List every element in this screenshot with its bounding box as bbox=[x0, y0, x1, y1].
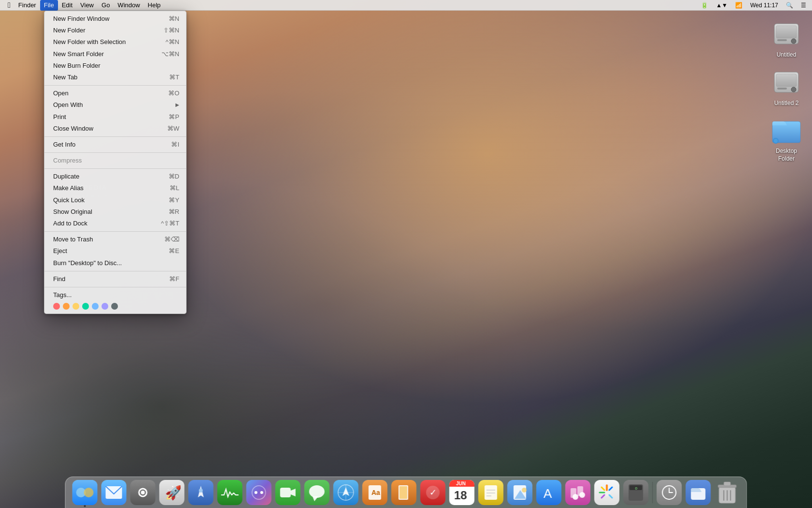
desktop-folder-icon-img bbox=[771, 115, 802, 146]
menu-find[interactable]: Find ⌘F bbox=[44, 273, 186, 285]
menu-tags[interactable]: Tags... bbox=[44, 289, 186, 301]
menu-new-burn-folder[interactable]: New Burn Folder bbox=[44, 60, 186, 72]
svg-text:✓: ✓ bbox=[430, 488, 437, 497]
dock-item-reminders[interactable]: ✓ bbox=[420, 479, 447, 506]
menubar-finder[interactable]: Finder bbox=[14, 0, 40, 11]
svg-line-58 bbox=[602, 495, 605, 498]
svg-rect-5 bbox=[776, 74, 797, 87]
dock-item-activity[interactable] bbox=[217, 479, 244, 506]
menu-get-info[interactable]: Get Info ⌘I bbox=[44, 139, 186, 150]
tag-gray[interactable] bbox=[111, 303, 118, 310]
menu-open[interactable]: Open ⌘O bbox=[44, 88, 186, 99]
tag-green[interactable] bbox=[82, 303, 89, 310]
menubar-help[interactable]: Help bbox=[144, 0, 165, 11]
dock-separator bbox=[652, 482, 653, 503]
menu-new-folder[interactable]: New Folder ⇧⌘N bbox=[44, 25, 186, 36]
dock-item-mail[interactable] bbox=[101, 479, 128, 506]
dock-item-dictionary[interactable]: Aa bbox=[362, 479, 389, 506]
svg-marker-22 bbox=[291, 489, 296, 496]
svg-text:18: 18 bbox=[454, 489, 467, 502]
menu-make-alias[interactable]: Make Alias ⌘L bbox=[44, 182, 186, 194]
dock-item-game-center[interactable] bbox=[246, 479, 273, 506]
dock-icon-books bbox=[392, 480, 417, 505]
menu-new-folder-selection[interactable]: New Folder with Selection ^⌘N bbox=[44, 36, 186, 48]
dock-item-preview[interactable] bbox=[507, 479, 534, 506]
wifi-indicator[interactable]: ▲▼ bbox=[714, 2, 729, 9]
menu-compress: Compress bbox=[44, 155, 186, 166]
menu-sep-2 bbox=[44, 136, 186, 137]
tag-purple[interactable] bbox=[102, 303, 108, 310]
desktop-icon-untitled2[interactable]: Untitled 2 bbox=[766, 63, 807, 111]
menu-duplicate[interactable]: Duplicate ⌘D bbox=[44, 171, 186, 182]
menu-move-to-trash[interactable]: Move to Trash ⌘⌫ bbox=[44, 234, 186, 245]
svg-point-2 bbox=[791, 39, 796, 44]
dock: 🚀 Aa bbox=[65, 477, 747, 508]
dock-icon-rocket bbox=[188, 480, 214, 505]
tag-yellow[interactable] bbox=[72, 303, 79, 310]
clock: Wed 11:17 bbox=[748, 2, 780, 9]
apple-menu[interactable]:  bbox=[4, 0, 14, 11]
wifi-icon[interactable]: 📶 bbox=[733, 2, 744, 9]
svg-point-23 bbox=[309, 485, 325, 498]
menu-sep-7 bbox=[44, 287, 186, 287]
dock-icon-dictionary: Aa bbox=[362, 480, 388, 505]
desktop-icon-untitled1[interactable]: Untitled bbox=[766, 15, 807, 63]
dock-item-itunes[interactable] bbox=[565, 479, 592, 506]
dock-icon-files bbox=[686, 480, 711, 505]
svg-point-11 bbox=[84, 488, 94, 497]
menu-add-to-dock[interactable]: Add to Dock ^⇧⌘T bbox=[44, 218, 186, 229]
menu-show-original[interactable]: Show Original ⌘R bbox=[44, 206, 186, 218]
dock-icon-messages bbox=[304, 480, 330, 505]
svg-rect-1 bbox=[776, 26, 797, 38]
dock-item-facetime[interactable] bbox=[275, 479, 302, 506]
svg-rect-48 bbox=[578, 486, 583, 496]
menu-new-finder-window[interactable]: New Finder Window ⌘N bbox=[44, 13, 186, 25]
menu-new-smart-folder[interactable]: New Smart Folder ⌥⌘N bbox=[44, 48, 186, 60]
dock-item-rocket[interactable] bbox=[188, 479, 215, 506]
menu-print[interactable]: Print ⌘P bbox=[44, 111, 186, 123]
dock-item-launchpad[interactable]: 🚀 bbox=[159, 479, 186, 506]
dock-item-system-prefs[interactable] bbox=[130, 479, 157, 506]
menubar-go[interactable]: Go bbox=[98, 0, 114, 11]
search-icon[interactable]: 🔍 bbox=[784, 2, 795, 9]
menubar-view[interactable]: View bbox=[76, 0, 98, 11]
menubar-file[interactable]: File bbox=[40, 0, 58, 11]
menubar-edit[interactable]: Edit bbox=[58, 0, 76, 11]
svg-point-17 bbox=[199, 489, 203, 493]
menu-quick-look[interactable]: Quick Look ⌘Y bbox=[44, 194, 186, 206]
menu-close-window[interactable]: Close Window ⌘W bbox=[44, 123, 186, 134]
svg-rect-32 bbox=[400, 486, 407, 499]
tag-blue[interactable] bbox=[92, 303, 99, 310]
dock-item-safari[interactable] bbox=[333, 479, 360, 506]
dock-item-trash[interactable] bbox=[714, 479, 741, 506]
dock-item-time-machine[interactable] bbox=[656, 479, 683, 506]
battery-indicator[interactable]: 🔋 bbox=[699, 2, 710, 9]
dock-item-notes[interactable] bbox=[478, 479, 505, 506]
desktop-icon-desktop-folder[interactable]: Desktop Folder bbox=[766, 111, 807, 166]
svg-rect-7 bbox=[777, 88, 787, 90]
dock-icon-time-machine bbox=[657, 480, 682, 505]
menu-burn-disc[interactable]: Burn "Desktop" to Disc... bbox=[44, 257, 186, 269]
svg-rect-49 bbox=[571, 488, 577, 498]
dock-item-photos[interactable] bbox=[594, 479, 621, 506]
svg-rect-38 bbox=[485, 485, 497, 500]
dock-item-calculator[interactable]: 0 bbox=[623, 479, 650, 506]
dock-item-files[interactable] bbox=[685, 479, 712, 506]
dock-item-messages[interactable] bbox=[304, 479, 331, 506]
desktop-folder-label: Desktop Folder bbox=[768, 148, 804, 163]
dock-item-books[interactable] bbox=[391, 479, 418, 506]
file-dropdown-menu: New Finder Window ⌘N New Folder ⇧⌘N New … bbox=[44, 11, 187, 314]
menu-open-with[interactable]: Open With ▶ bbox=[44, 99, 186, 111]
control-center-icon[interactable]: ☰ bbox=[799, 2, 808, 9]
svg-rect-68 bbox=[724, 482, 731, 486]
svg-point-20 bbox=[261, 491, 263, 494]
tag-red[interactable] bbox=[53, 303, 60, 310]
tag-orange[interactable] bbox=[63, 303, 70, 310]
menubar-window[interactable]: Window bbox=[114, 0, 144, 11]
menu-new-tab[interactable]: New Tab ⌘T bbox=[44, 72, 186, 83]
dock-item-appstore[interactable]: A bbox=[536, 479, 563, 506]
dock-icon-safari bbox=[334, 480, 359, 505]
menu-eject[interactable]: Eject ⌘E bbox=[44, 245, 186, 257]
dock-item-calendar[interactable]: JUN18 bbox=[449, 479, 476, 506]
dock-item-finder[interactable] bbox=[72, 479, 99, 506]
